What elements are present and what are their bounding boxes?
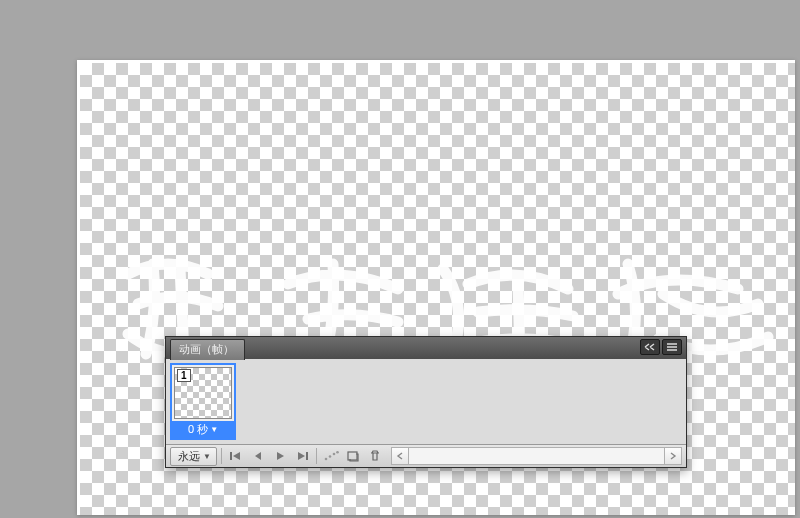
scroll-right-icon[interactable] [664, 447, 682, 465]
frame-number: 1 [177, 369, 191, 382]
prev-frame-icon[interactable] [248, 447, 268, 465]
tween-icon[interactable] [321, 447, 341, 465]
separator [221, 448, 222, 464]
scrollbar-track[interactable] [409, 447, 664, 465]
chevron-down-icon: ▼ [210, 425, 218, 434]
loop-options-dropdown[interactable]: 永远 ▼ [170, 447, 217, 466]
panel-header[interactable]: 动画（帧） [166, 337, 686, 359]
animation-frames-panel: 动画（帧） 1 0 秒 ▼ 永远 ▼ [165, 336, 687, 468]
delete-frame-icon[interactable] [365, 447, 385, 465]
frames-strip[interactable]: 1 0 秒 ▼ [166, 359, 686, 444]
play-icon[interactable] [270, 447, 290, 465]
panel-tab-animation[interactable]: 动画（帧） [170, 339, 245, 360]
frame-delay-label: 0 秒 [188, 422, 208, 437]
svg-point-1 [329, 455, 332, 458]
svg-point-2 [333, 453, 336, 456]
collapse-icon[interactable] [640, 339, 660, 355]
scroll-left-icon[interactable] [391, 447, 409, 465]
first-frame-icon[interactable] [226, 447, 246, 465]
frame-item[interactable]: 1 0 秒 ▼ [170, 363, 236, 440]
chevron-down-icon: ▼ [203, 452, 211, 461]
svg-point-0 [325, 458, 328, 461]
menu-icon[interactable] [662, 339, 682, 355]
frame-delay-button[interactable]: 0 秒 ▼ [172, 421, 234, 438]
separator [316, 448, 317, 464]
new-frame-icon[interactable] [343, 447, 363, 465]
svg-point-3 [336, 451, 339, 454]
svg-rect-4 [348, 452, 357, 460]
next-frame-icon[interactable] [292, 447, 312, 465]
panel-title: 动画（帧） [179, 343, 234, 355]
panel-footer: 永远 ▼ [166, 444, 686, 467]
horizontal-scrollbar[interactable] [391, 447, 682, 465]
frame-thumbnail[interactable]: 1 [174, 367, 232, 419]
loop-label: 永远 [178, 449, 200, 464]
